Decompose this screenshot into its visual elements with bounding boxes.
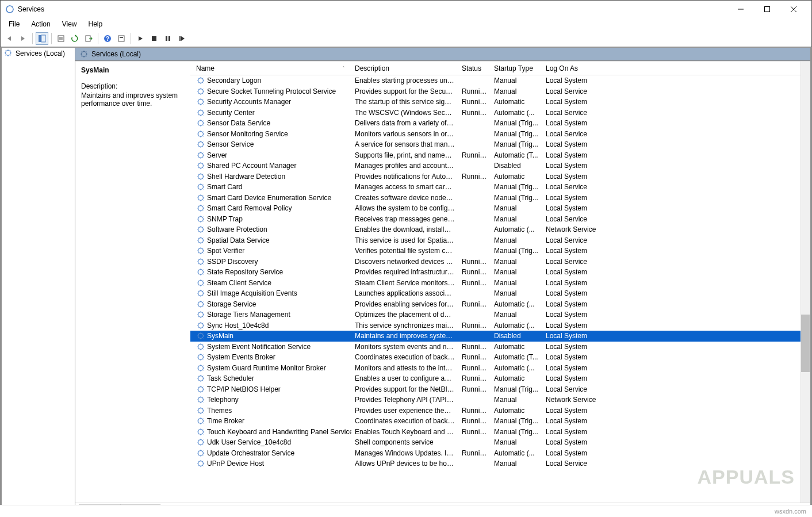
- gear-icon: [196, 449, 205, 458]
- service-row[interactable]: Spot VerifierVerifies potential file sys…: [190, 246, 810, 256]
- refresh-button[interactable]: [68, 32, 81, 45]
- svg-point-55: [198, 429, 204, 434]
- svg-rect-18: [168, 36, 170, 41]
- service-row[interactable]: Steam Client ServiceSteam Client Service…: [190, 278, 810, 289]
- svg-point-37: [198, 238, 204, 243]
- service-desc-cell: Provides Telephony API (TAPI) su...: [351, 396, 458, 404]
- service-row[interactable]: Sensor Monitoring ServiceMonitors variou…: [190, 129, 810, 140]
- service-logon-cell: Local System: [542, 300, 646, 308]
- service-row[interactable]: Shared PC Account ManagerManages profile…: [190, 160, 810, 171]
- service-row[interactable]: System Events BrokerCoordinates executio…: [190, 352, 810, 363]
- scrollbar-thumb[interactable]: [801, 315, 810, 372]
- back-button[interactable]: [3, 32, 16, 45]
- maximize-button[interactable]: [754, 1, 780, 18]
- minimize-button[interactable]: [727, 1, 754, 18]
- service-row[interactable]: ServerSupports file, print, and named-..…: [190, 150, 810, 161]
- stop-service-button[interactable]: [148, 32, 160, 45]
- service-logon-cell: Local System: [542, 194, 646, 202]
- service-row[interactable]: Sync Host_10e4c8dThis service synchroniz…: [190, 320, 810, 331]
- tree-item-label: Services (Local): [16, 49, 65, 58]
- gear-icon: [196, 204, 205, 213]
- column-name[interactable]: Nameˆ: [193, 64, 351, 72]
- service-row[interactable]: SysMainMaintains and improves system ...…: [190, 331, 810, 342]
- service-name-cell: Server: [207, 151, 227, 159]
- service-row[interactable]: Secure Socket Tunneling Protocol Service…: [190, 86, 810, 97]
- gear-icon: [196, 395, 205, 404]
- service-row[interactable]: Smart Card Removal PolicyAllows the syst…: [190, 203, 810, 214]
- service-name-cell: State Repository Service: [207, 268, 283, 276]
- service-row[interactable]: Time BrokerCoordinates execution of back…: [190, 416, 810, 427]
- service-row[interactable]: Smart Card Device Enumeration ServiceCre…: [190, 193, 810, 204]
- toolbar-unknown-button[interactable]: [115, 32, 128, 45]
- gear-icon: [196, 236, 205, 245]
- service-row[interactable]: SNMP TrapReceives trap messages generate…: [190, 214, 810, 225]
- service-logon-cell: Local System: [542, 417, 646, 425]
- menu-action[interactable]: Action: [25, 19, 56, 29]
- service-row[interactable]: ThemesProvides user experience theme ...…: [190, 405, 810, 416]
- service-status-cell: Running: [458, 87, 491, 95]
- service-startup-cell: Automatic (...: [491, 300, 542, 308]
- service-name-cell: TCP/IP NetBIOS Helper: [207, 385, 281, 393]
- gear-icon: [196, 257, 205, 266]
- service-row[interactable]: Security CenterThe WSCSVC (Windows Secur…: [190, 108, 810, 118]
- service-row[interactable]: Software ProtectionEnables the download,…: [190, 224, 810, 235]
- help-button[interactable]: ?: [101, 32, 114, 45]
- service-logon-cell: Local System: [542, 332, 646, 340]
- export-list-button[interactable]: [82, 32, 95, 45]
- column-status[interactable]: Status: [458, 64, 491, 72]
- tree-item-services-local[interactable]: Services (Local): [2, 48, 75, 59]
- service-row[interactable]: Touch Keyboard and Handwriting Panel Ser…: [190, 427, 810, 438]
- show-hide-tree-button[interactable]: [36, 32, 48, 45]
- toolbar-separator: [51, 33, 52, 44]
- service-row[interactable]: Shell Hardware DetectionProvides notific…: [190, 171, 810, 182]
- scrollbar[interactable]: [800, 62, 810, 503]
- service-row[interactable]: Secondary LogonEnables starting processe…: [190, 75, 810, 86]
- service-row[interactable]: Udk User Service_10e4c8dShell components…: [190, 437, 810, 448]
- service-row[interactable]: Sensor Data ServiceDelivers data from a …: [190, 118, 810, 129]
- service-logon-cell: Local Service: [542, 183, 646, 191]
- gear-icon: [196, 76, 205, 85]
- service-row[interactable]: Smart CardManages access to smart cards …: [190, 182, 810, 193]
- svg-rect-14: [118, 36, 124, 41]
- start-service-button[interactable]: [134, 32, 147, 45]
- column-logon[interactable]: Log On As: [542, 64, 646, 72]
- service-logon-cell: Network Service: [542, 225, 646, 233]
- service-name-cell: Task Scheduler: [207, 374, 254, 382]
- service-row[interactable]: TelephonyProvides Telephony API (TAPI) s…: [190, 395, 810, 405]
- title-bar: Services: [1, 1, 811, 18]
- service-status-cell: Running: [458, 109, 491, 117]
- service-row[interactable]: Storage Tiers ManagementOptimizes the pl…: [190, 309, 810, 320]
- rows-container[interactable]: Secondary LogonEnables starting processe…: [190, 75, 810, 503]
- close-button[interactable]: [780, 1, 807, 18]
- service-row[interactable]: Task SchedulerEnables a user to configur…: [190, 373, 810, 384]
- service-row[interactable]: SSDP DiscoveryDiscovers networked device…: [190, 256, 810, 267]
- gear-icon: [196, 300, 205, 309]
- svg-point-51: [198, 386, 204, 392]
- service-status-cell: Running: [458, 343, 491, 351]
- service-row[interactable]: Spatial Data ServiceThis service is used…: [190, 235, 810, 246]
- column-startup[interactable]: Startup Type: [491, 64, 542, 72]
- service-row[interactable]: Update Orchestrator ServiceManages Windo…: [190, 448, 810, 459]
- column-headers: Nameˆ Description Status Startup Type Lo…: [190, 62, 810, 75]
- service-row[interactable]: System Event Notification ServiceMonitor…: [190, 342, 810, 353]
- service-row[interactable]: System Guard Runtime Monitor BrokerMonit…: [190, 363, 810, 374]
- svg-point-43: [198, 301, 204, 307]
- forward-button[interactable]: [17, 32, 29, 45]
- service-logon-cell: Network Service: [542, 396, 646, 404]
- service-row[interactable]: TCP/IP NetBIOS HelperProvides support fo…: [190, 384, 810, 395]
- pause-service-button[interactable]: [162, 32, 174, 45]
- service-row[interactable]: Storage ServiceProvides enabling service…: [190, 299, 810, 310]
- service-startup-cell: Automatic (...: [491, 321, 542, 330]
- service-row[interactable]: Sensor ServiceA service for sensors that…: [190, 139, 810, 150]
- menu-help[interactable]: Help: [83, 19, 109, 29]
- service-row[interactable]: State Repository ServiceProvides require…: [190, 267, 810, 278]
- service-logon-cell: Local System: [542, 204, 646, 212]
- service-row[interactable]: Still Image Acquisition EventsLaunches a…: [190, 288, 810, 299]
- details-pane: SysMain Description: Maintains and impro…: [75, 62, 190, 503]
- menu-view[interactable]: View: [56, 19, 83, 29]
- service-row[interactable]: Security Accounts ManagerThe startup of …: [190, 97, 810, 108]
- restart-service-button[interactable]: [175, 32, 188, 45]
- properties-button[interactable]: [55, 32, 67, 45]
- column-description[interactable]: Description: [351, 64, 458, 72]
- menu-file[interactable]: File: [3, 19, 25, 29]
